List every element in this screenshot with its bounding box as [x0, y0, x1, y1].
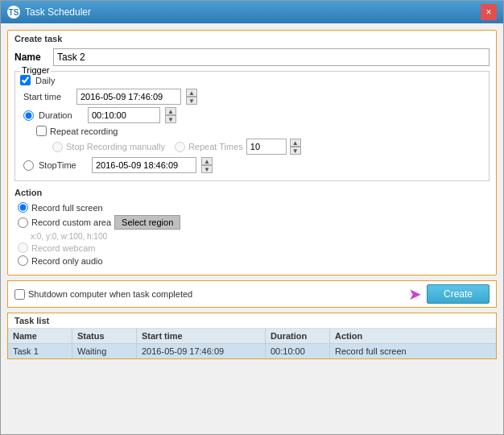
arrow-icon: ➤ — [408, 284, 422, 304]
stop-time-spinner-down[interactable]: ▼ — [201, 165, 213, 173]
repeat-times-down[interactable]: ▼ — [290, 147, 301, 155]
trigger-border: Trigger Daily Start time ▲ ▼ — [14, 71, 490, 181]
record-custom-area-row: Record custom area Select region — [14, 215, 490, 230]
header-duration: Duration — [266, 329, 330, 343]
table-row[interactable]: Task 1 Waiting 2016-05-09 17:46:09 00:10… — [8, 344, 496, 358]
record-webcam-radio[interactable] — [18, 242, 28, 253]
main-window: TS Task Scheduler × Create task Name Tri… — [0, 0, 504, 435]
task-list-title: Task list — [8, 313, 496, 329]
record-audio-radio[interactable] — [18, 255, 28, 266]
record-full-screen-radio[interactable] — [18, 202, 28, 213]
region-hint: x:0, y:0, w:100, h:100 — [14, 232, 490, 241]
repeat-times-group: Repeat Times ▲ ▼ — [175, 139, 301, 155]
daily-checkbox[interactable] — [20, 75, 31, 85]
title-bar-left: TS Task Scheduler — [7, 6, 91, 19]
repeat-row: Repeat recording — [20, 126, 482, 136]
repeat-times-spinner[interactable]: ▲ ▼ — [290, 139, 301, 155]
repeat-checkbox[interactable] — [36, 126, 47, 136]
create-button[interactable]: Create — [427, 284, 490, 304]
stop-manually-radio[interactable] — [52, 142, 63, 152]
create-btn-container: ➤ Create — [408, 284, 490, 304]
stop-time-row: StopTime ▲ ▼ — [20, 157, 482, 173]
record-audio-label: Record only audio — [31, 256, 103, 266]
stop-time-input[interactable] — [92, 157, 196, 173]
spinner-down[interactable]: ▼ — [186, 97, 197, 105]
header-start-time: Start time — [137, 329, 266, 343]
row-status: Waiting — [72, 344, 137, 358]
start-time-row: Start time ▲ ▼ — [20, 89, 482, 105]
app-icon: TS — [7, 6, 20, 19]
duration-spinner[interactable]: ▲ ▼ — [165, 107, 176, 123]
action-area: Action Record full screen Record custom … — [14, 184, 490, 266]
repeat-times-label: Repeat Times — [188, 142, 243, 151]
start-time-input[interactable] — [76, 89, 181, 105]
shutdown-row: Shutdown computer when task completed — [14, 289, 192, 300]
name-label: Name — [14, 52, 47, 63]
create-task-section: Create task Name Trigger Daily — [7, 30, 497, 276]
select-region-button[interactable]: Select region — [114, 215, 180, 230]
repeat-sub-options: Stop Recording manually Repeat Times ▲ ▼ — [20, 139, 482, 155]
record-custom-area-label: Record custom area — [31, 218, 111, 227]
record-webcam-label: Record webcam — [31, 243, 95, 253]
record-full-screen-row: Record full screen — [14, 202, 490, 213]
main-content: Create task Name Trigger Daily — [1, 23, 503, 434]
row-start-time: 2016-05-09 17:46:09 — [137, 344, 266, 358]
shutdown-label: Shutdown computer when task completed — [28, 289, 192, 299]
stop-manually-label: Stop Recording manually — [66, 142, 165, 151]
task-list-section: Task list Name Status Start time Duratio… — [7, 313, 497, 359]
stoptime-radio[interactable] — [23, 160, 34, 171]
table-header: Name Status Start time Duration Action — [8, 329, 496, 344]
duration-label: Duration — [39, 110, 83, 120]
window-title: Task Scheduler — [25, 6, 91, 18]
duration-row: Duration ▲ ▼ — [20, 107, 482, 123]
start-time-spinner[interactable]: ▲ ▼ — [186, 89, 197, 105]
header-action: Action — [330, 329, 496, 343]
duration-radio[interactable] — [23, 110, 34, 121]
trigger-daily-row: Daily — [20, 75, 482, 85]
repeat-times-radio[interactable] — [175, 142, 185, 152]
row-action: Record full screen — [330, 344, 496, 358]
title-bar: TS Task Scheduler × — [1, 1, 503, 23]
start-time-label: Start time — [23, 92, 72, 102]
spinner-up[interactable]: ▲ — [186, 89, 197, 97]
record-full-screen-label: Record full screen — [31, 203, 103, 213]
close-button[interactable]: × — [481, 4, 497, 20]
stop-time-label: StopTime — [39, 160, 87, 170]
action-title: Action — [14, 184, 490, 199]
repeat-label: Repeat recording — [50, 126, 118, 136]
create-task-title: Create task — [8, 31, 496, 45]
shutdown-checkbox[interactable] — [14, 289, 25, 300]
stop-time-spinner-up[interactable]: ▲ — [201, 157, 213, 165]
record-audio-row: Record only audio — [14, 255, 490, 266]
create-task-content: Name Trigger Daily Start time — [8, 45, 496, 275]
stop-time-spinner[interactable]: ▲ ▼ — [201, 157, 213, 173]
record-custom-area-radio[interactable] — [18, 218, 28, 228]
header-status: Status — [72, 329, 137, 343]
row-duration: 00:10:00 — [266, 344, 330, 358]
duration-input[interactable] — [88, 107, 160, 123]
name-input[interactable] — [53, 48, 490, 66]
row-name: Task 1 — [8, 344, 72, 358]
name-row: Name — [14, 48, 490, 66]
bottom-bar: Shutdown computer when task completed ➤ … — [7, 280, 497, 308]
repeat-times-up[interactable]: ▲ — [290, 139, 301, 147]
stop-manually-group: Stop Recording manually — [52, 142, 165, 152]
record-webcam-row: Record webcam — [14, 242, 490, 253]
trigger-label: Trigger — [20, 65, 51, 75]
repeat-times-input[interactable] — [246, 139, 287, 155]
daily-label: Daily — [35, 76, 55, 85]
duration-spinner-down[interactable]: ▼ — [165, 115, 176, 123]
duration-spinner-up[interactable]: ▲ — [165, 107, 176, 115]
header-name: Name — [8, 329, 72, 343]
